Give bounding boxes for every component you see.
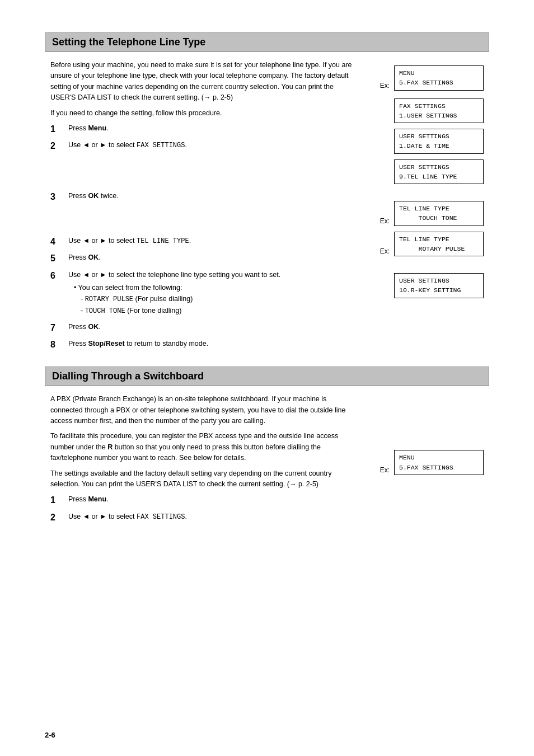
step-1-6: 6 Use ◄ or ► to select the telephone lin… <box>50 270 355 317</box>
lcd-display: USER SETTINGS 1.DATE & TIME <box>394 129 484 154</box>
sub-item: - ROTARY PULSE (For pulse dialling) <box>81 293 355 305</box>
ex-label: Ex: <box>380 247 390 256</box>
section2-steps-left: A PBX (Private Branch Exchange) is an on… <box>50 394 355 528</box>
ex-label: Ex: <box>380 466 390 475</box>
step-number: 5 <box>50 252 66 265</box>
step-number: 8 <box>50 339 66 351</box>
section1-steps-left: Before using your machine, you need to m… <box>50 60 355 355</box>
section2-content: A PBX (Private Branch Exchange) is an on… <box>45 394 489 528</box>
page: Setting the Telephone Line Type Before u… <box>0 0 534 756</box>
lcd-display: MENU 5.FAX SETTINGS <box>394 450 484 475</box>
step-1-3: 3 Press OK twice. <box>50 191 355 203</box>
section1-displays: Ex: MENU 5.FAX SETTINGS FAX SETTINGS 1.U… <box>355 60 484 355</box>
display-entry-2: Ex: MENU 5.FAX SETTINGS <box>355 65 484 91</box>
section2-intro-2: To facilitate this procedure, you can re… <box>50 431 355 463</box>
sub-item: • You can select from the following: <box>74 282 355 293</box>
section1-title: Setting the Telephone Line Type <box>45 32 489 52</box>
step-number: 4 <box>50 236 66 248</box>
step-1-7: 7 Press OK. <box>50 322 355 334</box>
step-sublist: • You can select from the following: - R… <box>74 282 355 317</box>
display-entry-4: USER SETTINGS 9.TEL LINE TYPE <box>355 159 484 185</box>
section1-intro-1: Before using your machine, you need to m… <box>50 60 355 104</box>
display-entry-6b: Ex: TEL LINE TYPE ROTARY PULSE <box>355 232 484 257</box>
sub-item: - TOUCH TONE (For tone dialling) <box>81 305 355 317</box>
page-number: 2-6 <box>45 731 55 739</box>
step-text: Use ◄ or ► to select TEL LINE TYPE. <box>68 236 355 247</box>
ex-label: Ex: <box>380 217 390 226</box>
step-2-2: 2 Use ◄ or ► to select FAX SETTINGS. <box>50 511 355 524</box>
section2: Dialling Through a Switchboard A PBX (Pr… <box>45 367 489 528</box>
section2-title: Dialling Through a Switchboard <box>45 367 489 386</box>
step-text: Press Menu. <box>68 123 355 134</box>
step-text: Press OK. <box>68 322 355 332</box>
step-text: Use ◄ or ► to select the telephone line … <box>68 270 355 317</box>
step-number: 2 <box>50 140 66 152</box>
step-text: Press Menu. <box>68 494 355 505</box>
step-number: 6 <box>50 270 66 282</box>
lcd-display: FAX SETTINGS 1.USER SETTINGS <box>394 98 484 124</box>
section1: Setting the Telephone Line Type Before u… <box>45 32 489 355</box>
step-1-4: 4 Use ◄ or ► to select TEL LINE TYPE. <box>50 236 355 248</box>
section2-displays: Ex: MENU 5.FAX SETTINGS <box>355 394 484 528</box>
step-number: 2 <box>50 511 66 524</box>
step-text: Use ◄ or ► to select FAX SETTINGS. <box>68 140 355 151</box>
section1-body: Before using your machine, you need to m… <box>50 60 484 355</box>
step-number: 7 <box>50 322 66 334</box>
section2-intro-3: The settings available and the factory d… <box>50 468 355 490</box>
section1-content: Before using your machine, you need to m… <box>45 60 489 355</box>
display-entry-s2-2: Ex: MENU 5.FAX SETTINGS <box>355 450 484 475</box>
step-text: Use ◄ or ► to select FAX SETTINGS. <box>68 511 355 523</box>
section2-intro-1: A PBX (Private Branch Exchange) is an on… <box>50 394 355 426</box>
display-entry-3b: USER SETTINGS 1.DATE & TIME <box>355 129 484 154</box>
step-text: Press OK twice. <box>68 191 355 201</box>
display-entry-7: USER SETTINGS 10.R-KEY SETTING <box>355 273 484 298</box>
display-entry-3a: FAX SETTINGS 1.USER SETTINGS <box>355 98 484 124</box>
ex-label: Ex: <box>380 82 390 91</box>
lcd-display: USER SETTINGS 10.R-KEY SETTING <box>394 273 484 298</box>
step-1-1: 1 Press Menu. <box>50 123 355 135</box>
section1-intro-2: If you need to change the setting, follo… <box>50 108 355 119</box>
lcd-display: TEL LINE TYPE ROTARY PULSE <box>394 232 484 257</box>
step-1-5: 5 Press OK. <box>50 252 355 265</box>
display-entry-6a: Ex: TEL LINE TYPE TOUCH TONE <box>355 201 484 226</box>
lcd-display: TEL LINE TYPE TOUCH TONE <box>394 201 484 226</box>
spacer-4 <box>50 208 355 236</box>
section2-body: A PBX (Private Branch Exchange) is an on… <box>50 394 484 528</box>
spacer-3 <box>50 157 355 191</box>
step-1-2: 2 Use ◄ or ► to select FAX SETTINGS. <box>50 140 355 152</box>
step-1-8: 8 Press Stop/Reset to return to standby … <box>50 339 355 351</box>
lcd-display: USER SETTINGS 9.TEL LINE TYPE <box>394 159 484 185</box>
step-number: 1 <box>50 494 66 506</box>
lcd-display: MENU 5.FAX SETTINGS <box>394 65 484 91</box>
step-text: Press OK. <box>68 252 355 263</box>
step-text: Press Stop/Reset to return to standby mo… <box>68 339 355 349</box>
step-number: 1 <box>50 123 66 135</box>
step-2-1: 1 Press Menu. <box>50 494 355 506</box>
step-number: 3 <box>50 191 66 203</box>
